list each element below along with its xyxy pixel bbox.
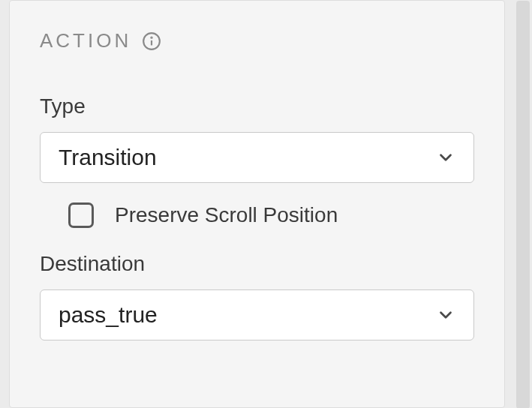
section-header: ACTION [40, 29, 474, 52]
preserve-scroll-checkbox[interactable] [68, 202, 94, 228]
destination-select[interactable]: pass_true [40, 290, 474, 340]
info-icon[interactable] [142, 32, 161, 51]
destination-field: Destination pass_true [40, 252, 474, 340]
type-field: Type Transition [40, 94, 474, 183]
preserve-scroll-label: Preserve Scroll Position [115, 203, 338, 227]
action-panel: ACTION Type Transition Preserve Scroll P… [9, 0, 505, 408]
chevron-down-icon [436, 148, 455, 167]
destination-label: Destination [40, 252, 474, 276]
chevron-down-icon [436, 305, 455, 325]
section-title: ACTION [40, 29, 131, 52]
type-select-value: Transition [59, 145, 157, 170]
destination-select-value: pass_true [59, 302, 158, 328]
preserve-scroll-row: Preserve Scroll Position [40, 202, 474, 228]
svg-point-2 [152, 37, 152, 38]
type-label: Type [40, 94, 474, 118]
type-select[interactable]: Transition [40, 132, 474, 183]
scrollbar[interactable] [516, 1, 530, 408]
